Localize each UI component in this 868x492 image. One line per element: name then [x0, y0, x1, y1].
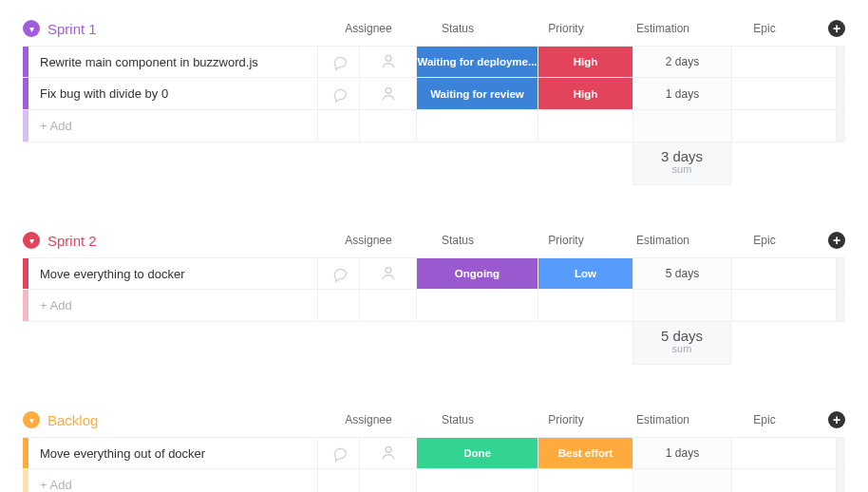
empty-cell: [359, 469, 416, 492]
group: ▾BacklogAssigneeStatusPriorityEstimation…: [23, 408, 845, 492]
estimation-sum: 5 dayssum: [632, 322, 731, 365]
col-header-epic[interactable]: Epic: [712, 413, 817, 426]
row-end: [836, 469, 845, 492]
table-row[interactable]: Move everything to dockerOngoingLow5 day…: [23, 257, 845, 290]
svg-point-3: [386, 446, 391, 452]
status-tag[interactable]: Ongoing: [417, 258, 538, 289]
col-header-epic[interactable]: Epic: [712, 22, 817, 35]
col-header-status[interactable]: Status: [397, 234, 519, 247]
priority-tag[interactable]: High: [538, 78, 632, 109]
epic-cell[interactable]: [731, 47, 836, 77]
empty-cell: [317, 290, 359, 321]
status-tag[interactable]: Done: [417, 438, 538, 468]
item-title[interactable]: Fix bug with divide by 0: [28, 78, 317, 109]
col-header-assignee[interactable]: Assignee: [340, 413, 397, 426]
epic-cell[interactable]: [731, 258, 836, 289]
col-header-assignee[interactable]: Assignee: [340, 234, 397, 247]
group-title[interactable]: Sprint 1: [47, 21, 97, 37]
status-cell[interactable]: Ongoing: [416, 258, 538, 289]
priority-tag[interactable]: High: [538, 47, 632, 77]
col-header-priority[interactable]: Priority: [519, 22, 613, 35]
empty-cell: [416, 469, 538, 492]
comment-icon[interactable]: [317, 78, 359, 109]
row-end: [836, 290, 845, 321]
col-header-estimation[interactable]: Estimation: [613, 413, 712, 426]
priority-cell[interactable]: Low: [538, 258, 632, 289]
status-cell[interactable]: Waiting for deployme...: [416, 47, 538, 77]
group-header: ▾BacklogAssigneeStatusPriorityEstimation…: [23, 408, 845, 431]
comment-icon[interactable]: [317, 258, 359, 289]
add-column-button[interactable]: +: [828, 411, 845, 428]
epic-cell[interactable]: [731, 78, 836, 109]
table-row[interactable]: Fix bug with divide by 0Waiting for revi…: [23, 78, 845, 110]
empty-cell: [317, 110, 359, 142]
assignee-icon[interactable]: [359, 47, 416, 77]
empty-cell: [731, 469, 836, 492]
empty-cell: [538, 110, 632, 142]
col-header-epic[interactable]: Epic: [712, 234, 817, 247]
chevron-down-icon[interactable]: ▾: [23, 232, 40, 249]
priority-cell[interactable]: High: [538, 47, 632, 77]
group-title[interactable]: Backlog: [47, 412, 98, 428]
chevron-down-icon[interactable]: ▾: [23, 411, 40, 428]
col-header-assignee[interactable]: Assignee: [340, 22, 397, 35]
group-header: ▾Sprint 1AssigneeStatusPriorityEstimatio…: [23, 17, 845, 40]
add-item-row[interactable]: + Add: [23, 110, 845, 142]
table-row[interactable]: Rewrite main component in buzzword.jsWai…: [23, 46, 845, 78]
epic-cell[interactable]: [731, 438, 836, 468]
col-header-status[interactable]: Status: [397, 22, 519, 35]
comment-icon[interactable]: [317, 47, 359, 77]
col-header-estimation[interactable]: Estimation: [613, 234, 712, 247]
group-header: ▾Sprint 2AssigneeStatusPriorityEstimatio…: [23, 229, 845, 252]
estimation-cell[interactable]: 1 days: [632, 78, 731, 109]
chevron-down-icon[interactable]: ▾: [23, 20, 40, 37]
empty-cell: [632, 110, 731, 142]
add-item-row[interactable]: + Add: [23, 290, 845, 322]
empty-cell: [359, 110, 416, 142]
col-header-status[interactable]: Status: [397, 413, 519, 426]
svg-point-2: [386, 267, 391, 273]
status-cell[interactable]: Done: [416, 438, 538, 468]
group-rows: Rewrite main component in buzzword.jsWai…: [23, 46, 845, 142]
estimation-cell[interactable]: 2 days: [632, 47, 731, 77]
add-item-input[interactable]: + Add: [28, 469, 317, 492]
estimation-cell[interactable]: 5 days: [632, 258, 731, 289]
priority-cell[interactable]: Best effort: [538, 438, 632, 468]
priority-tag[interactable]: Best effort: [538, 438, 632, 468]
add-column-button[interactable]: +: [828, 232, 845, 249]
status-tag[interactable]: Waiting for review: [417, 78, 538, 109]
status-cell[interactable]: Waiting for review: [416, 78, 538, 109]
add-item-input[interactable]: + Add: [28, 110, 317, 142]
empty-cell: [538, 469, 632, 492]
empty-cell: [416, 110, 538, 142]
col-header-priority[interactable]: Priority: [519, 413, 613, 426]
item-title[interactable]: Rewrite main component in buzzword.js: [28, 47, 317, 77]
add-column-button[interactable]: +: [828, 20, 845, 37]
empty-cell: [731, 290, 836, 321]
comment-icon[interactable]: [317, 438, 359, 468]
assignee-icon[interactable]: [359, 258, 416, 289]
row-end: [836, 258, 845, 289]
assignee-icon[interactable]: [359, 438, 416, 468]
sum-label: sum: [633, 163, 730, 175]
add-item-input[interactable]: + Add: [28, 290, 317, 321]
add-item-row[interactable]: + Add: [23, 469, 845, 492]
item-title[interactable]: Move everything out of docker: [28, 438, 317, 468]
status-tag[interactable]: Waiting for deployme...: [417, 47, 538, 77]
col-header-priority[interactable]: Priority: [519, 234, 613, 247]
estimation-cell[interactable]: 1 days: [632, 438, 731, 468]
col-header-estimation[interactable]: Estimation: [613, 22, 712, 35]
group: ▾Sprint 1AssigneeStatusPriorityEstimatio…: [23, 17, 845, 185]
group-title[interactable]: Sprint 2: [47, 233, 97, 249]
estimation-sum: 3 dayssum: [632, 142, 731, 185]
row-end: [836, 438, 845, 468]
sum-label: sum: [633, 343, 730, 354]
priority-cell[interactable]: High: [538, 78, 632, 109]
empty-cell: [632, 290, 731, 321]
empty-cell: [538, 290, 632, 321]
assignee-icon[interactable]: [359, 78, 416, 109]
table-row[interactable]: Move everything out of dockerDoneBest ef…: [23, 437, 845, 469]
priority-tag[interactable]: Low: [538, 258, 632, 289]
empty-cell: [416, 290, 538, 321]
item-title[interactable]: Move everything to docker: [28, 258, 317, 289]
